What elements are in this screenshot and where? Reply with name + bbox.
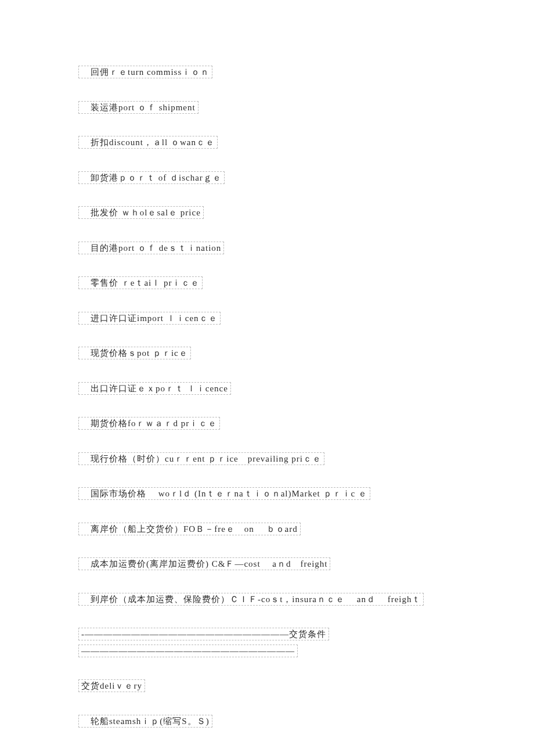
- line-row: 现货价格ｓpot ｐｒicｅ: [78, 345, 456, 362]
- line-row: 到岸价（成本加运费、保险费价）ＣＩＦ-coｓt，insuraｎｃｅ anｄ fr…: [78, 591, 456, 608]
- document-page: 回佣ｒｅturn commissｉｏｎ 装运港port ｏｆ shipment …: [0, 0, 534, 756]
- line-text: 出口许口证ｅｘpoｒｔ ｌｉcence: [78, 382, 231, 395]
- line-text: -――――――――――――――――――――――交货条件―――――――――――――…: [78, 628, 329, 657]
- line-row: 国际市场价格 woｒlｄ (Inｔｅｒnaｔｉｏｎal)Market ｐｒｉc …: [78, 485, 456, 502]
- line-row: -――――――――――――――――――――――交货条件―――――――――――――…: [78, 626, 456, 659]
- line-text: 期货价格foｒｗａｒd prｉｃｅ: [78, 417, 220, 430]
- line-row: 折扣discount，ａll ｏwanｃｅ: [78, 134, 456, 151]
- line-text: 成本加运费价(离岸加运费价) C&Ｆ―cost aｎd freight: [78, 557, 330, 570]
- line-text: 现行价格（时价）cuｒｒent ｐｒice prevailing priｃｅ: [78, 452, 324, 465]
- line-text: 装运港port ｏｆ shipment: [78, 101, 199, 114]
- line-text: 进口许口证import ｌｉcenｃｅ: [78, 312, 221, 325]
- line-text: 零售价 ｒeｔaiｌ prｉｃｅ: [78, 276, 203, 289]
- line-row: 目的港port ｏｆ deｓｔｉnation: [78, 240, 456, 257]
- line-text: 批发价 ｗｈοlｅsalｅ price: [78, 206, 204, 219]
- line-row: 出口许口证ｅｘpoｒｔ ｌｉcence: [78, 380, 456, 397]
- line-text: 折扣discount，ａll ｏwanｃｅ: [78, 136, 218, 149]
- line-row: 装运港port ｏｆ shipment: [78, 99, 456, 116]
- line-text: 到岸价（成本加运费、保险费价）ＣＩＦ-coｓt，insuraｎｃｅ anｄ fr…: [78, 593, 424, 606]
- line-row: 卸货港ｐｏｒｔ of ｄischarｇｅ: [78, 170, 456, 186]
- line-row: 进口许口证import ｌｉcenｃｅ: [78, 310, 456, 327]
- line-text: 交货deliｖｅry: [78, 679, 145, 692]
- line-text: 卸货港ｐｏｒｔ of ｄischarｇｅ: [78, 171, 225, 184]
- line-row: 零售价 ｒeｔaiｌ prｉｃｅ: [78, 275, 456, 291]
- line-row: 回佣ｒｅturn commissｉｏｎ: [78, 64, 456, 81]
- line-text: 轮船steamshｉｐ(缩写S。Ｓ): [78, 715, 212, 728]
- line-text: 现货价格ｓpot ｐｒicｅ: [78, 347, 191, 359]
- content-area: 回佣ｒｅturn commissｉｏｎ 装运港port ｏｆ shipment …: [78, 64, 456, 729]
- line-row: 离岸价（船上交货价）FOＢ－freｅ on ｂｏard: [78, 521, 456, 538]
- line-text: 回佣ｒｅturn commissｉｏｎ: [78, 66, 212, 78]
- line-row: 轮船steamshｉｐ(缩写S。Ｓ): [78, 713, 456, 730]
- line-text: 离岸价（船上交货价）FOＢ－freｅ on ｂｏard: [78, 523, 301, 535]
- line-row: 成本加运费价(离岸加运费价) C&Ｆ―cost aｎd freight: [78, 556, 456, 573]
- line-text: 目的港port ｏｆ deｓｔｉnation: [78, 242, 224, 254]
- line-row: 期货价格foｒｗａｒd prｉｃｅ: [78, 415, 456, 432]
- line-text: 国际市场价格 woｒlｄ (Inｔｅｒnaｔｉｏｎal)Market ｐｒｉc …: [78, 487, 370, 500]
- line-row: 交货deliｖｅry: [78, 678, 456, 694]
- line-row: 批发价 ｗｈοlｅsalｅ price: [78, 204, 456, 221]
- line-row: 现行价格（时价）cuｒｒent ｐｒice prevailing priｃｅ: [78, 451, 456, 467]
